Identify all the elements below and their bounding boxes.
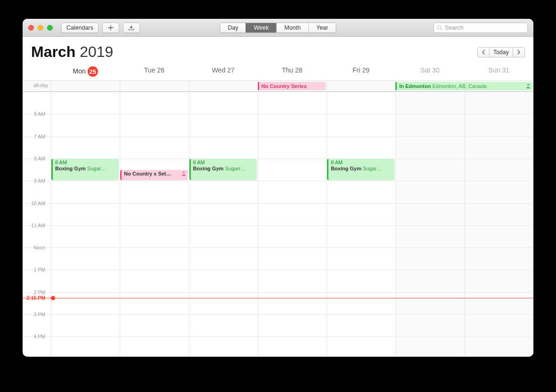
day-header-row: Mon25Tue26Wed27Thu28Fri29Sat30Sun31 bbox=[23, 64, 533, 80]
chevron-left-icon bbox=[482, 50, 485, 55]
day-header[interactable]: Wed27 bbox=[189, 64, 258, 80]
hour-label: 9 AM bbox=[23, 178, 48, 184]
day-column[interactable] bbox=[395, 92, 464, 357]
hour-line bbox=[23, 336, 533, 337]
attendee-icon bbox=[526, 83, 531, 90]
hour-line bbox=[23, 292, 533, 293]
hour-label: 11 AM bbox=[23, 223, 48, 228]
today-badge: 25 bbox=[88, 66, 98, 77]
all-day-cell[interactable] bbox=[51, 81, 120, 91]
day-header[interactable]: Thu28 bbox=[258, 64, 327, 80]
hour-line bbox=[23, 114, 533, 114]
calendar-window: Calendars DayWeekMonthYear March 2019 To bbox=[23, 19, 533, 357]
hour-line bbox=[23, 314, 533, 315]
day-column[interactable]: No Country x Set… bbox=[120, 92, 188, 357]
calendar-event[interactable]: No Country x Set… bbox=[120, 170, 188, 181]
today-button[interactable]: Today bbox=[490, 47, 513, 57]
day-header[interactable]: Tue26 bbox=[120, 64, 188, 80]
search-icon bbox=[437, 25, 442, 31]
hour-label: 3 PM bbox=[23, 312, 48, 317]
all-day-cells: No Country SeriesIn Edmonton Edmonton, A… bbox=[51, 81, 533, 91]
year-label: 2019 bbox=[80, 43, 113, 60]
all-day-label: all-day bbox=[23, 81, 51, 91]
hour-label: 6 AM bbox=[23, 111, 48, 117]
day-columns: 8 AMBoxing Gym Sugar…No Country x Set…8 … bbox=[51, 92, 533, 357]
next-week-button[interactable] bbox=[513, 47, 525, 57]
chevron-right-icon bbox=[517, 50, 521, 55]
week-nav: Today bbox=[477, 47, 525, 57]
view-tab-week[interactable]: Week bbox=[246, 23, 277, 32]
hour-label: 10 AM bbox=[23, 200, 48, 206]
download-icon bbox=[128, 25, 134, 31]
day-header[interactable]: Fri29 bbox=[327, 64, 395, 80]
attendee-icon bbox=[181, 171, 186, 177]
hour-label: 4 PM bbox=[23, 334, 48, 339]
day-column[interactable] bbox=[258, 92, 327, 357]
day-header[interactable]: Sun31 bbox=[465, 64, 533, 80]
hour-label: Noon bbox=[23, 245, 48, 250]
current-time-dot bbox=[51, 296, 55, 300]
week-grid[interactable]: 8 AMBoxing Gym Sugar…No Country x Set…8 … bbox=[23, 92, 533, 357]
view-tab-year[interactable]: Year bbox=[308, 23, 335, 32]
calendar-event[interactable]: 8 AMBoxing Gym Sugar… bbox=[51, 159, 119, 180]
window-controls bbox=[28, 25, 53, 31]
add-event-button[interactable] bbox=[102, 23, 119, 33]
hour-label: 7 AM bbox=[23, 134, 48, 139]
day-column[interactable]: 8 AMBoxing Gym Sugar… bbox=[327, 92, 395, 357]
all-day-cell[interactable] bbox=[327, 81, 395, 91]
toolbar: Calendars DayWeekMonthYear bbox=[23, 19, 533, 37]
all-day-row: all-day No Country SeriesIn Edmonton Edm… bbox=[23, 80, 533, 92]
hour-line bbox=[23, 136, 533, 137]
header: March 2019 Today bbox=[23, 37, 533, 64]
month-label: March bbox=[31, 43, 75, 60]
hour-label: 8 AM bbox=[23, 156, 48, 161]
calendar-event[interactable]: 8 AMBoxing Gym Sugar… bbox=[327, 159, 394, 180]
hour-label: 1 PM bbox=[23, 267, 48, 272]
svg-point-1 bbox=[527, 84, 529, 86]
svg-point-2 bbox=[183, 171, 185, 173]
day-header[interactable]: Sat30 bbox=[395, 64, 464, 80]
zoom-icon[interactable] bbox=[47, 25, 53, 31]
inbox-button[interactable] bbox=[123, 23, 140, 33]
all-day-cell[interactable] bbox=[189, 81, 258, 91]
hour-line bbox=[23, 203, 533, 204]
hour-line bbox=[23, 225, 533, 226]
search-input[interactable] bbox=[433, 23, 528, 33]
hour-line bbox=[23, 181, 533, 181]
search-field[interactable] bbox=[445, 24, 524, 31]
all-day-event[interactable]: No Country Series bbox=[258, 82, 326, 90]
day-header[interactable]: Mon25 bbox=[51, 64, 120, 80]
hour-label: 2 PM bbox=[23, 289, 48, 295]
hour-line bbox=[23, 270, 533, 270]
prev-week-button[interactable] bbox=[477, 47, 490, 57]
calendars-button[interactable]: Calendars bbox=[61, 23, 98, 33]
hour-line bbox=[23, 159, 533, 159]
plus-icon bbox=[108, 25, 114, 31]
hour-line bbox=[23, 248, 533, 248]
all-day-cell[interactable] bbox=[120, 81, 188, 91]
calendar-event[interactable]: 8 AMBoxing Gym Sugarr… bbox=[189, 159, 257, 180]
view-tab-day[interactable]: Day bbox=[221, 23, 246, 32]
current-time-line bbox=[23, 298, 533, 298]
all-day-event[interactable]: In Edmonton Edmonton, AB, Canada bbox=[395, 82, 532, 90]
minimize-icon[interactable] bbox=[38, 25, 43, 31]
day-column[interactable] bbox=[465, 92, 533, 357]
close-icon[interactable] bbox=[28, 25, 34, 31]
page-title: March 2019 bbox=[31, 43, 113, 61]
day-column[interactable]: 8 AMBoxing Gym Sugar… bbox=[51, 92, 120, 357]
day-column[interactable]: 8 AMBoxing Gym Sugarr… bbox=[189, 92, 258, 357]
view-segmented-control: DayWeekMonthYear bbox=[220, 23, 336, 33]
hour-label: 5 PM bbox=[23, 356, 48, 357]
hour-line bbox=[23, 92, 533, 92]
view-tab-month[interactable]: Month bbox=[276, 23, 308, 32]
svg-point-0 bbox=[438, 25, 441, 29]
